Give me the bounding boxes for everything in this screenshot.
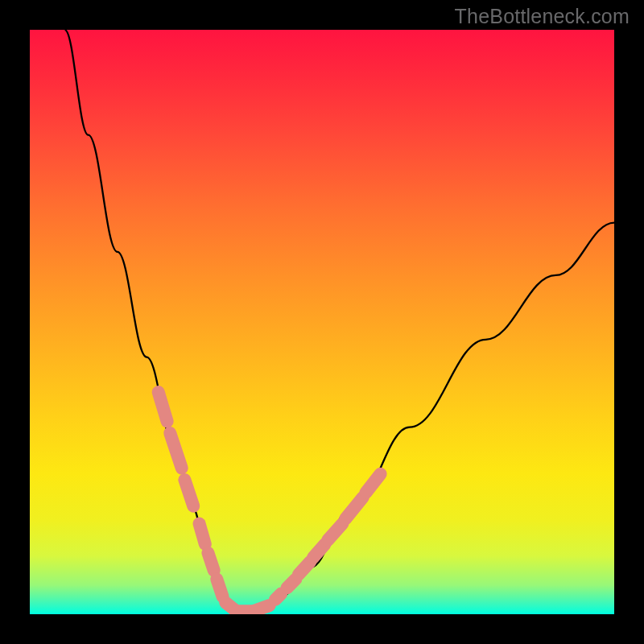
marker-segment (200, 523, 205, 543)
marker-segment (299, 562, 311, 575)
marker-segment (170, 433, 182, 469)
marker-segment (345, 497, 363, 519)
marker-segment (255, 605, 270, 611)
marker-segment (328, 523, 342, 539)
marker-segments (159, 392, 381, 611)
marker-segment (208, 553, 213, 571)
marker-segment (365, 474, 380, 493)
marker-segment (287, 579, 295, 588)
marker-segment (217, 579, 222, 597)
marker-segment (313, 544, 325, 558)
chart-overlay (30, 30, 614, 614)
watermark-label: TheBottleneck.com (455, 5, 630, 28)
marker-segment (159, 392, 167, 421)
marker-segment (275, 594, 281, 600)
marker-segment (184, 480, 193, 506)
